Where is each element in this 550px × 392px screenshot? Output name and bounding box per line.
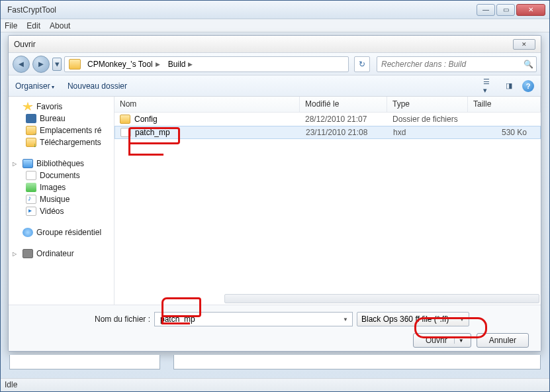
dialog-footer: Nom du fichier : ▼ Black Ops 360 ff file… — [9, 305, 541, 351]
folder-icon — [120, 115, 130, 124]
sidebar-images[interactable]: Images — [11, 181, 111, 193]
homegroup-icon — [23, 228, 33, 237]
star-icon — [23, 102, 33, 111]
dialog-title: Ouvrir — [14, 40, 513, 49]
music-icon — [26, 195, 36, 204]
sidebar-downloads[interactable]: Téléchargements — [11, 136, 111, 148]
sidebar-computer[interactable]: ▷Ordinateur — [11, 248, 111, 260]
horizontal-scrollbar[interactable] — [224, 294, 539, 303]
chevron-down-icon[interactable]: ▼ — [343, 317, 348, 322]
recent-icon — [26, 126, 36, 135]
file-row[interactable]: patch_mp 23/11/2010 21:08 hxd 530 Ko — [115, 126, 541, 139]
search-box[interactable]: 🔍 — [377, 56, 537, 72]
sidebar-documents[interactable]: Documents — [11, 170, 111, 181]
filename-label: Nom du fichier : — [18, 315, 150, 324]
titlebar: FastCryptTool — ▭ ✕ — [1, 1, 549, 19]
sidebar-music[interactable]: Musique — [11, 193, 111, 205]
minimize-button[interactable]: — — [477, 4, 495, 16]
sidebar-homegroup[interactable]: Groupe résidentiel — [11, 226, 111, 238]
close-button[interactable]: ✕ — [516, 4, 545, 16]
download-icon — [26, 138, 36, 147]
breadcrumb-seg-1[interactable]: CPMonkey_'s Tool — [87, 60, 153, 69]
menu-file[interactable]: File — [5, 21, 17, 30]
search-input[interactable] — [380, 59, 524, 70]
refresh-icon: ↻ — [359, 60, 365, 69]
sidebar-recent[interactable]: Emplacements ré — [11, 124, 111, 136]
file-rows: Config 28/12/2010 21:07 Dossier de fichi… — [115, 113, 541, 139]
chevron-right-icon: ▶ — [188, 61, 193, 68]
dialog-navbar: ◄ ► ▾ CPMonkey_'s Tool▶ Build▶ ↻ 🔍 — [9, 53, 541, 75]
filename-combo[interactable]: ▼ — [154, 312, 353, 326]
nav-history-dropdown[interactable]: ▾ — [52, 58, 62, 71]
dialog-toolbar: Organiser Nouveau dossier ☰ ▾ ◨ ? — [9, 75, 541, 97]
computer-icon — [23, 249, 33, 258]
breadcrumb[interactable]: CPMonkey_'s Tool▶ Build▶ — [64, 56, 349, 72]
open-dialog: Ouvrir ✕ ◄ ► ▾ CPMonkey_'s Tool▶ Build▶ … — [8, 35, 541, 352]
folder-icon — [69, 59, 81, 70]
organize-menu[interactable]: Organiser — [15, 81, 54, 91]
breadcrumb-seg-2[interactable]: Build — [168, 60, 186, 69]
col-size[interactable]: Taille — [468, 97, 541, 112]
chevron-right-icon: ▶ — [156, 61, 160, 68]
view-menu[interactable]: ☰ ▾ — [482, 80, 496, 92]
cancel-button[interactable]: Annuler — [477, 333, 529, 348]
search-icon: 🔍 — [524, 60, 533, 69]
filename-input[interactable] — [159, 314, 343, 324]
open-button[interactable]: Ouvrir▼ — [413, 333, 471, 348]
window-title: FastCryptTool — [5, 5, 475, 15]
image-icon — [26, 183, 36, 192]
nav-sidebar: Favoris Bureau Emplacements ré Télécharg… — [9, 97, 115, 305]
new-folder-button[interactable]: Nouveau dossier — [68, 81, 127, 91]
chevron-down-icon[interactable]: ▼ — [454, 338, 468, 344]
sidebar-libraries[interactable]: ▷Bibliothèques — [11, 158, 111, 170]
preview-pane-toggle[interactable]: ◨ — [502, 80, 516, 92]
forward-button[interactable]: ► — [32, 56, 50, 73]
maximize-button[interactable]: ▭ — [496, 4, 515, 16]
menu-edit[interactable]: Edit — [26, 21, 40, 30]
col-modified[interactable]: Modifié le — [300, 97, 387, 112]
refresh-button[interactable]: ↻ — [354, 56, 370, 72]
sidebar-favorites[interactable]: Favoris — [11, 101, 111, 113]
sidebar-desktop[interactable]: Bureau — [11, 113, 111, 124]
col-name[interactable]: Nom — [115, 97, 300, 112]
status-bar: Idle — [1, 378, 549, 391]
video-icon — [26, 207, 36, 216]
back-button[interactable]: ◄ — [13, 56, 30, 73]
menu-about[interactable]: About — [50, 21, 70, 30]
dialog-close-button[interactable]: ✕ — [513, 39, 535, 50]
menubar: File Edit About — [1, 19, 549, 32]
file-row[interactable]: Config 28/12/2010 21:07 Dossier de fichi… — [115, 113, 541, 126]
file-icon — [120, 128, 131, 137]
status-text: Idle — [5, 380, 17, 389]
chevron-down-icon: ▼ — [459, 317, 465, 322]
col-type[interactable]: Type — [387, 97, 468, 112]
desktop-icon — [26, 114, 36, 123]
library-icon — [23, 159, 33, 168]
dialog-titlebar: Ouvrir ✕ — [9, 36, 541, 53]
file-pane: Nom Modifié le Type Taille Config 28/12/… — [115, 97, 541, 305]
column-headers: Nom Modifié le Type Taille — [115, 97, 541, 113]
document-icon — [26, 171, 36, 180]
file-type-filter[interactable]: Black Ops 360 ff file (*.ff) ▼ — [357, 312, 469, 326]
background-panels — [9, 355, 541, 369]
sidebar-videos[interactable]: Vidéos — [11, 205, 111, 217]
help-button[interactable]: ? — [522, 80, 534, 92]
dialog-body: Favoris Bureau Emplacements ré Télécharg… — [9, 97, 541, 305]
